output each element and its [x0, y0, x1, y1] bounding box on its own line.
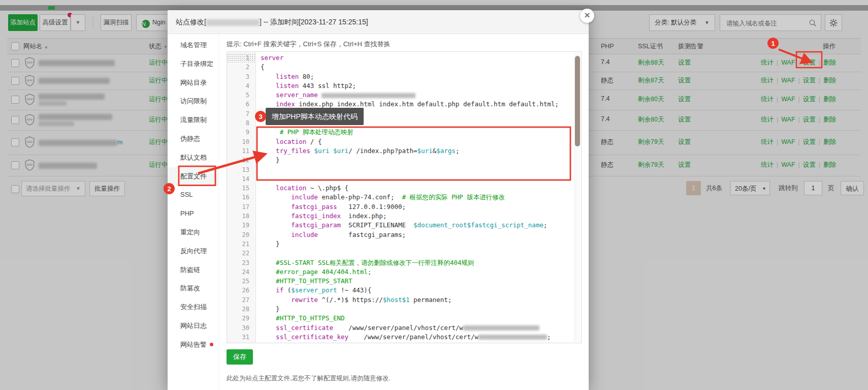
sidebar-item-label: 防盗链	[180, 266, 200, 274]
code-line[interactable]: 12 }	[227, 156, 581, 165]
sidebar-item-url-rewrite[interactable]: 伪静态	[168, 130, 218, 148]
sidebar-item-php[interactable]: PHP	[168, 204, 218, 223]
sidebar-item-label: 安全扫描	[180, 303, 207, 311]
code-token: fastcgi_params;	[318, 231, 406, 238]
sidebar-item-label: 反向代理	[180, 247, 207, 255]
save-button[interactable]: 保存	[227, 349, 253, 365]
code-line[interactable]: 20 include fastcgi_params;	[227, 230, 581, 239]
alert-dot-icon	[210, 343, 213, 346]
sidebar-item-label: 默认文档	[180, 154, 207, 161]
sidebar-item-traffic-limit[interactable]: 流量限制	[168, 111, 218, 130]
code-line[interactable]: 24 #error_page 404/404.html;	[227, 267, 581, 277]
sidebar-item-site-directory[interactable]: 网站目录	[168, 74, 218, 93]
code-text: if ($server_port !~ 443){	[256, 286, 371, 295]
editor-scrollbar-thumb[interactable]	[575, 56, 580, 146]
code-text: location ~ \.php$ {	[256, 184, 348, 193]
code-line[interactable]: 17 fastcgi_pass 127.0.0.1:9000;	[227, 202, 581, 212]
editor-note: 此处为站点主配置文件,若您不了解配置规则,请勿随意修改.	[227, 374, 582, 383]
redacted-site-name	[206, 19, 260, 26]
sidebar-item-site-alerts[interactable]: 网站告警	[168, 336, 218, 354]
sidebar-item-site-logs[interactable]: 网站日志	[168, 317, 218, 336]
code-line[interactable]: 5 server_name	[227, 91, 581, 100]
code-token: # PHP 脚本处理动态映射	[280, 128, 353, 136]
code-text: include enable-php-74.conf; # 根据您的实际 PHP…	[256, 193, 505, 202]
code-text	[256, 118, 261, 128]
line-number: 29	[227, 314, 256, 323]
sidebar-item-reverse-proxy[interactable]: 反向代理	[168, 242, 218, 261]
sidebar-item-redirect[interactable]: 重定向	[168, 223, 218, 242]
code-text: # PHP 脚本处理动态映射	[256, 128, 353, 137]
code-token	[261, 259, 276, 266]
code-token	[261, 268, 276, 276]
code-line[interactable]: 28 }	[227, 305, 581, 314]
code-token: $uri	[417, 147, 433, 155]
sidebar-item-config-file[interactable]: 配置文件	[168, 167, 218, 186]
sidebar-item-tamper-proof[interactable]: 防篡改	[168, 279, 218, 298]
code-line[interactable]: 10 location / {	[227, 137, 581, 146]
code-token	[261, 203, 291, 211]
code-line[interactable]: 26 if ($server_port !~ 443){	[227, 286, 581, 295]
code-token: $uri	[314, 147, 329, 155]
code-line[interactable]: 19 fastcgi_param SCRIPT_FILENAME $docume…	[227, 221, 581, 230]
sidebar-item-default-document[interactable]: 默认文档	[168, 148, 218, 167]
sidebar-item-hotlink-protection[interactable]: 防盗链	[168, 261, 218, 280]
sidebar-item-label: 配置文件	[180, 172, 207, 180]
code-text: server	[256, 53, 283, 63]
code-line[interactable]: 2{	[227, 63, 581, 72]
close-icon[interactable]: ×	[580, 9, 594, 23]
code-text: #HTTP_TO_HTTPS_START	[256, 277, 352, 286]
line-number: 23	[227, 258, 256, 267]
line-number: 13	[227, 165, 256, 174]
code-line[interactable]: 13	[227, 165, 581, 174]
sidebar-item-label: SSL	[180, 191, 193, 198]
code-text: location / {	[256, 137, 322, 146]
site-edit-modal: × 站点修改[] -- 添加时间[2023-11-27 15:25:15] 域名…	[168, 10, 589, 390]
code-line[interactable]: 31 ssl_certificate_key /www/server/panel…	[227, 333, 581, 342]
sidebar-item-domain-management[interactable]: 域名管理	[168, 36, 218, 55]
line-number: 5	[227, 91, 256, 100]
code-line[interactable]: 25 #HTTP_TO_HTTPS_START	[227, 277, 581, 286]
line-number: 16	[227, 193, 256, 202]
code-token: enable-php-74.conf;	[318, 193, 402, 201]
code-token: #HTTP_TO_HTTPS_START	[276, 277, 352, 285]
code-line[interactable]: 4 listen 443 ssl http2;	[227, 81, 581, 91]
code-line[interactable]: 1server	[227, 53, 581, 63]
code-line[interactable]: 29 #HTTP_TO_HTTPS_END	[227, 314, 581, 323]
sidebar-item-ssl[interactable]: SSL	[168, 186, 218, 204]
sidebar-item-access-restriction[interactable]: 访问限制	[168, 92, 218, 111]
sidebar-item-security-scan[interactable]: 安全扫描	[168, 298, 218, 317]
code-token: ;	[547, 333, 551, 341]
sidebar-item-label: 网站日志	[180, 322, 207, 329]
sidebar-item-label: 伪静态	[180, 135, 200, 142]
line-number: 6	[227, 100, 256, 109]
code-line[interactable]: 30 ssl_certificate /www/server/panel/vho…	[227, 323, 581, 333]
code-line[interactable]: 15 location ~ \.php$ {	[227, 184, 581, 193]
code-token: # 根据您的实际 PHP 版本进行修改	[402, 193, 505, 201]
code-text: #HTTP_TO_HTTPS_END	[256, 314, 345, 323]
code-token	[261, 184, 276, 192]
code-token	[261, 324, 276, 332]
code-line[interactable]: 11 try_files $uri $uri/ /index.php?path=…	[227, 146, 581, 156]
code-line[interactable]: 9 # PHP 脚本处理动态映射	[227, 128, 581, 137]
line-number: 20	[227, 230, 256, 239]
code-token	[261, 138, 276, 145]
line-number: 15	[227, 184, 256, 193]
code-token	[261, 82, 276, 89]
code-line[interactable]: 18 fastcgi_index index.php;	[227, 212, 581, 221]
code-token: try_files	[276, 147, 310, 155]
config-editor[interactable]: 1server2{3 listen 80;4 listen 443 ssl ht…	[227, 51, 582, 343]
code-token: fastcgi_param	[291, 221, 341, 229]
code-line[interactable]: 14	[227, 174, 581, 184]
code-line[interactable]: 21 }	[227, 239, 581, 249]
line-number: 1	[227, 53, 256, 63]
sidebar-item-label: 网站目录	[180, 79, 207, 86]
sidebar-item-subdirectory-binding[interactable]: 子目录绑定	[168, 55, 218, 74]
code-line[interactable]: 27 rewrite ^(/.*)$ https://$host$1 perma…	[227, 295, 581, 305]
code-line[interactable]: 22	[227, 249, 581, 258]
code-text	[256, 165, 261, 174]
code-line[interactable]: 3 listen 80;	[227, 72, 581, 81]
code-line[interactable]: 23 #SSL-START SSL相关配置，请勿删除或修改下一行带注释的404规…	[227, 258, 581, 267]
code-line[interactable]: 16 include enable-php-74.conf; # 根据您的实际 …	[227, 193, 581, 202]
code-token: !~ 443){	[337, 286, 372, 294]
code-token: }	[261, 305, 280, 313]
